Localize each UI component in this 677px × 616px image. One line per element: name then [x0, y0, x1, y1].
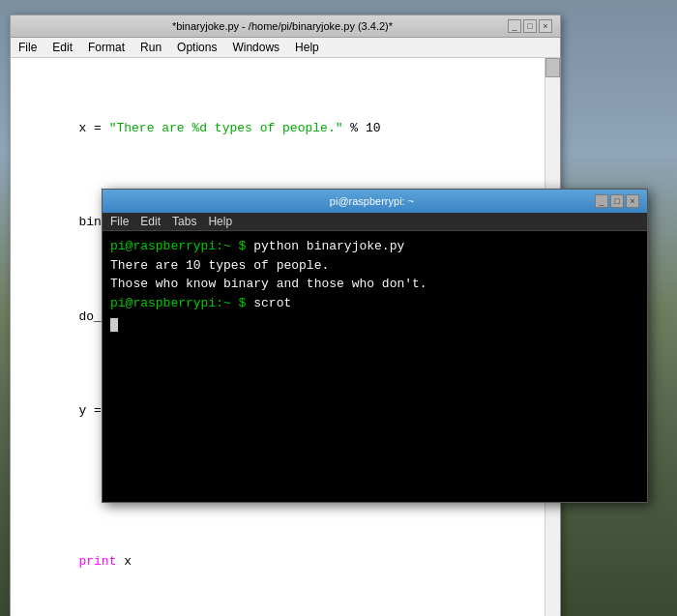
- idle-menu-edit[interactable]: Edit: [48, 40, 76, 55]
- terminal-maximize-button[interactable]: □: [610, 194, 624, 208]
- terminal-menu-file[interactable]: File: [110, 215, 129, 228]
- idle-minimize-button[interactable]: _: [508, 19, 521, 33]
- idle-maximize-button[interactable]: □: [523, 19, 537, 33]
- terminal-prompt-1: pi@raspberrypi:~ $: [110, 239, 246, 253]
- code-line-6: print x: [18, 534, 525, 591]
- idle-menu-file[interactable]: File: [15, 40, 41, 55]
- terminal-minimize-button[interactable]: _: [595, 194, 608, 208]
- idle-menu-help[interactable]: Help: [291, 40, 323, 55]
- idle-menu-format[interactable]: Format: [84, 40, 129, 55]
- terminal-menu-help[interactable]: Help: [208, 215, 232, 228]
- terminal-menubar: File Edit Tabs Help: [103, 213, 647, 231]
- terminal-output-2: Those who know binary and those who don'…: [110, 277, 427, 291]
- terminal-prompt-2: pi@raspberrypi:~ $: [110, 296, 246, 310]
- code-line-1: x = "There are %d types of people." % 10: [18, 100, 525, 157]
- idle-close-button[interactable]: ×: [539, 19, 552, 33]
- idle-menu-windows[interactable]: Windows: [228, 40, 283, 55]
- idle-titlebar: *binaryjoke.py - /home/pi/binaryjoke.py …: [11, 15, 560, 38]
- idle-menu-options[interactable]: Options: [173, 40, 221, 55]
- terminal-line-4: pi@raspberrypi:~ $ scrot: [110, 294, 639, 313]
- idle-menubar: File Edit Format Run Options Windows Hel…: [11, 38, 560, 58]
- terminal-cmd-1: python binaryjoke.py: [246, 239, 404, 253]
- terminal-line-5: [110, 312, 639, 332]
- terminal-menu-tabs[interactable]: Tabs: [172, 215, 196, 228]
- terminal-titlebar: pi@raspberrypi: ~ _ □ ×: [103, 190, 647, 213]
- terminal-cmd-2: scrot: [246, 296, 291, 310]
- idle-window-controls[interactable]: _ □ ×: [508, 19, 552, 33]
- terminal-menu-edit[interactable]: Edit: [140, 215, 161, 228]
- terminal-content[interactable]: pi@raspberrypi:~ $ python binaryjoke.py …: [103, 231, 647, 502]
- idle-title: *binaryjoke.py - /home/pi/binaryjoke.py …: [57, 20, 508, 32]
- terminal-line-1: pi@raspberrypi:~ $ python binaryjoke.py: [110, 237, 639, 256]
- idle-menu-run[interactable]: Run: [136, 40, 165, 55]
- terminal-close-button[interactable]: ×: [626, 194, 639, 208]
- terminal-window-controls[interactable]: _ □ ×: [595, 194, 639, 208]
- terminal-title: pi@raspberrypi: ~: [149, 195, 595, 207]
- terminal-line-3: Those who know binary and those who don'…: [110, 275, 639, 294]
- terminal-line-2: There are 10 types of people.: [110, 256, 639, 276]
- terminal-window: pi@raspberrypi: ~ _ □ × File Edit Tabs H…: [102, 189, 648, 503]
- terminal-output-1: There are 10 types of people.: [110, 258, 329, 273]
- terminal-cursor: [110, 318, 118, 332]
